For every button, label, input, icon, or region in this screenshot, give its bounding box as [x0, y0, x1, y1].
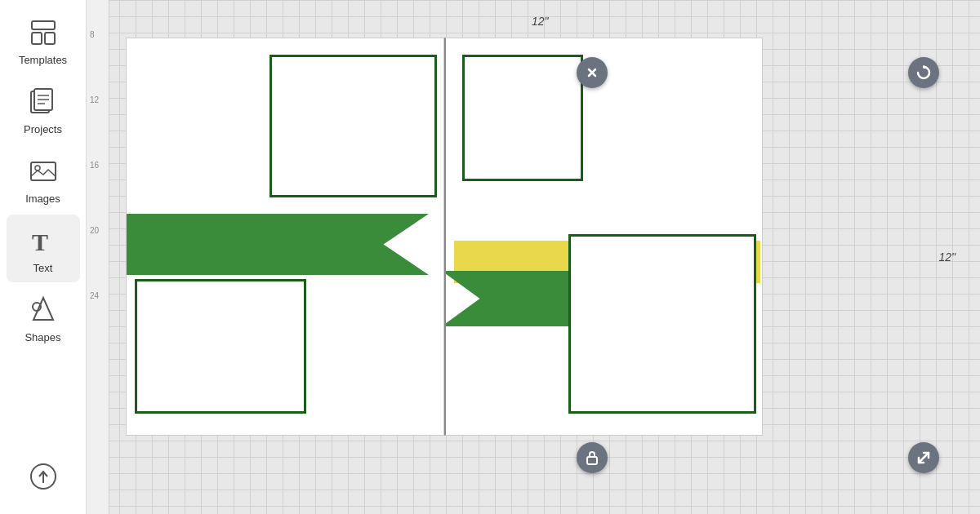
templates-icon — [25, 15, 61, 51]
templates-label: Templates — [19, 54, 67, 66]
svg-rect-0 — [32, 21, 55, 29]
resize-button[interactable] — [908, 442, 939, 473]
upload-icon — [25, 459, 61, 494]
sidebar-item-images[interactable]: Images — [7, 145, 80, 213]
svg-line-19 — [919, 453, 929, 463]
ruler-mark-12: 12 — [90, 96, 99, 104]
sidebar-item-projects[interactable]: Projects — [7, 76, 80, 144]
svg-text:T: T — [32, 228, 48, 255]
ruler-left: 8 12 16 20 24 — [87, 0, 109, 514]
sidebar-item-text[interactable]: T Text — [7, 215, 80, 282]
projects-label: Projects — [24, 123, 62, 135]
images-label: Images — [25, 193, 60, 205]
rect-bottom-right — [568, 234, 756, 414]
rotate-button[interactable] — [908, 57, 939, 88]
page-right[interactable] — [444, 38, 763, 436]
svg-rect-1 — [32, 33, 42, 44]
close-button[interactable] — [577, 57, 608, 88]
svg-rect-8 — [31, 162, 56, 180]
text-label: Text — [33, 262, 53, 274]
ruler-mark-24: 24 — [90, 292, 99, 300]
sidebar-item-upload[interactable] — [7, 450, 80, 506]
shapes-icon — [25, 292, 61, 328]
svg-rect-18 — [587, 457, 597, 464]
svg-marker-11 — [33, 298, 53, 320]
text-icon: T — [25, 223, 61, 259]
sidebar: Templates Projects Images T — [0, 0, 87, 514]
dimension-label-top: 12" — [532, 15, 549, 28]
dimension-label-right: 12" — [938, 250, 956, 264]
rect-bottom-left — [135, 279, 306, 414]
sidebar-item-shapes[interactable]: Shapes — [7, 284, 80, 352]
lock-button[interactable] — [577, 442, 608, 473]
design-area — [126, 38, 763, 436]
images-icon — [25, 153, 61, 189]
ruler-mark-8: 8 — [90, 31, 95, 39]
rect-top-right-left — [270, 55, 437, 197]
ruler-mark-16: 16 — [90, 162, 99, 170]
shapes-label: Shapes — [24, 331, 60, 343]
rect-top-left-right — [462, 55, 583, 181]
svg-rect-2 — [45, 33, 55, 44]
ruler-mark-20: 20 — [90, 227, 99, 235]
sidebar-item-templates[interactable]: Templates — [7, 7, 80, 74]
page-left[interactable] — [126, 38, 444, 436]
projects-icon — [25, 84, 61, 120]
green-banner-left — [127, 214, 429, 275]
main-canvas: 8 12 16 20 24 12" 12" — [87, 0, 980, 514]
